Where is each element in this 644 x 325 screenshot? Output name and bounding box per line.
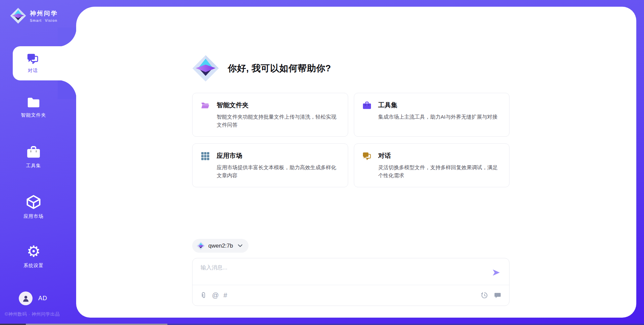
- sidebar-item-smart-folder[interactable]: 智能文件夹: [0, 96, 67, 118]
- sidebar-item-chat[interactable]: 对话: [13, 46, 76, 80]
- cube-icon: [26, 194, 41, 210]
- card-description: 灵活切换多模型文件，支持多样回复效果调试，满足个性化需求: [378, 164, 501, 180]
- message-composer: @ #: [192, 258, 509, 306]
- screen-bottom-edge: [0, 324, 644, 325]
- main-content: 你好, 我可以如何帮助你? 智能文件夹 智能文件夹功能支持批量文件上传与清洗，轻…: [76, 7, 636, 318]
- hash-icon[interactable]: #: [223, 291, 227, 300]
- toolbox-icon: [26, 145, 41, 159]
- brand: 神州问学 Smart Vision: [10, 7, 58, 24]
- card-toolset[interactable]: 工具集 集成市场上主流工具，助力AI与外界无缝扩展与对接: [354, 93, 510, 137]
- sidebar-item-label: 工具集: [26, 163, 41, 169]
- card-title: 对话: [378, 151, 501, 160]
- sidebar-item-label: 系统设置: [23, 263, 44, 269]
- sidebar-item-label: 智能文件夹: [21, 112, 46, 118]
- tab-curve-top: [58, 27, 76, 47]
- composer-divider: [193, 285, 509, 285]
- composer-toolbar: @ #: [200, 289, 501, 301]
- greeting: 你好, 我可以如何帮助你?: [192, 55, 331, 82]
- sidebar-item-app-market[interactable]: 应用市场: [0, 194, 67, 219]
- card-title: 工具集: [378, 101, 498, 110]
- grid-icon: [201, 152, 210, 160]
- app-window: 神州问学 Smart Vision 对话 智能文件夹 工具集 应用市场 ⚙ 系统…: [0, 0, 644, 325]
- gear-icon: ⚙: [26, 244, 40, 259]
- card-description: 集成市场上主流工具，助力AI与外界无缝扩展与对接: [378, 113, 498, 121]
- composer-toolbar-right: [481, 291, 501, 300]
- card-title: 智能文件夹: [217, 101, 340, 110]
- user-initials: AD: [38, 295, 47, 302]
- toolbox-icon: [362, 101, 372, 110]
- feature-cards: 智能文件夹 智能文件夹功能支持批量文件上传与清洗，轻松实现文件问答 工具集 集成…: [192, 93, 509, 187]
- send-button[interactable]: [492, 268, 501, 277]
- diamond-logo-icon: [192, 55, 219, 82]
- chat-icon: [362, 152, 372, 160]
- card-description: 应用市场提供丰富长文本模板，助力高效生成多样化文章内容: [217, 164, 340, 180]
- sidebar-item-settings[interactable]: ⚙ 系统设置: [0, 244, 67, 269]
- message-input[interactable]: [201, 264, 476, 283]
- comment-icon[interactable]: [494, 291, 501, 300]
- attach-icon[interactable]: [200, 291, 207, 300]
- brand-name: 神州问学: [30, 9, 58, 17]
- folder-open-icon: [201, 101, 210, 110]
- chat-icon: [26, 53, 39, 65]
- sidebar-item-toolset[interactable]: 工具集: [0, 145, 67, 169]
- person-icon: [22, 295, 30, 303]
- card-smart-folder[interactable]: 智能文件夹 智能文件夹功能支持批量文件上传与清洗，轻松实现文件问答: [192, 93, 348, 137]
- model-name: qwen2:7b: [208, 243, 233, 249]
- brand-subtitle: Smart Vision: [30, 18, 58, 22]
- diamond-logo-icon: [197, 242, 205, 250]
- model-selector[interactable]: qwen2:7b: [192, 239, 249, 253]
- chevron-down-icon: [238, 244, 243, 247]
- sidebar-footer: ©神州数码 · 神州问学出品: [5, 311, 76, 317]
- sidebar-item-label: 应用市场: [23, 213, 44, 219]
- card-title: 应用市场: [217, 151, 340, 160]
- mention-icon[interactable]: @: [212, 291, 219, 300]
- sidebar-item-label: 对话: [28, 68, 38, 74]
- send-icon: [492, 268, 501, 277]
- folder-icon: [26, 96, 41, 109]
- card-description: 智能文件夹功能支持批量文件上传与清洗，轻松实现文件问答: [217, 113, 340, 129]
- card-app-market[interactable]: 应用市场 应用市场提供丰富长文本模板，助力高效生成多样化文章内容: [192, 143, 348, 187]
- greeting-title: 你好, 我可以如何帮助你?: [228, 62, 331, 74]
- user-profile[interactable]: AD: [19, 291, 47, 305]
- diamond-logo-icon: [10, 7, 26, 24]
- avatar: [19, 291, 33, 305]
- history-icon[interactable]: [481, 291, 488, 300]
- card-chat[interactable]: 对话 灵活切换多模型文件，支持多样回复效果调试，满足个性化需求: [354, 143, 510, 187]
